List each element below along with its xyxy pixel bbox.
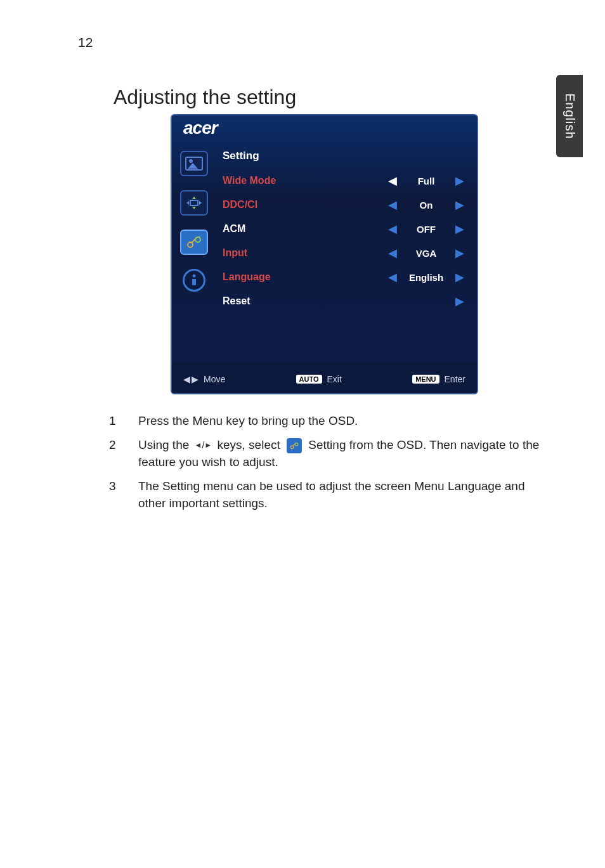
menu-badge: MENU — [412, 375, 439, 384]
right-arrow-icon[interactable]: ▶ — [455, 222, 464, 236]
osd-sidebar-icons — [172, 148, 216, 358]
position-icon[interactable] — [180, 190, 208, 216]
menu-title: Setting — [223, 150, 464, 162]
instruction-list: 1 Press the Menu key to bring up the OSD… — [109, 412, 540, 519]
osd-menu: Setting Wide Mode ◀ Full ▶ DDC/CI ◀ On ▶… — [216, 148, 477, 358]
left-arrow-icon[interactable]: ◀ — [388, 174, 397, 188]
menu-label: ACM — [223, 223, 363, 235]
menu-value: VGA — [406, 248, 446, 259]
list-text: Press the Menu key to bring up the OSD. — [138, 412, 540, 430]
svg-marker-7 — [199, 201, 202, 205]
language-tab: English — [556, 75, 583, 157]
right-arrow-icon[interactable]: ▶ — [455, 198, 464, 212]
right-arrow-icon[interactable]: ▶ — [455, 294, 464, 308]
language-tab-label: English — [563, 93, 577, 139]
right-arrow-icon[interactable]: ▶ — [455, 174, 464, 188]
settings-icon[interactable] — [180, 230, 208, 255]
list-text: The Setting menu can be used to adjust t… — [138, 477, 540, 512]
footer-enter: MENU Enter — [412, 374, 465, 384]
menu-label: Input — [223, 247, 363, 259]
settings-inline-icon — [287, 438, 302, 453]
menu-value: OFF — [406, 224, 446, 235]
right-arrow-icon[interactable]: ▶ — [455, 246, 464, 260]
menu-row-wide-mode[interactable]: Wide Mode ◀ Full ▶ — [223, 169, 464, 193]
footer-exit: AUTO Exit — [296, 374, 342, 384]
svg-marker-4 — [192, 197, 196, 199]
page-heading: Adjusting the setting — [114, 86, 296, 109]
list-text: Using the ◄/► keys, select Setting from … — [138, 436, 540, 471]
menu-row-input[interactable]: Input ◀ VGA ▶ — [223, 241, 464, 265]
menu-value: On — [406, 200, 446, 211]
svg-point-1 — [189, 159, 193, 163]
left-arrow-icon[interactable]: ◀ — [388, 222, 397, 236]
osd-panel: acer — [171, 114, 478, 394]
auto-badge: AUTO — [296, 375, 322, 384]
left-arrow-icon[interactable]: ◀ — [388, 246, 397, 260]
left-right-keys-icon: ◄/► — [195, 439, 212, 451]
info-icon[interactable] — [183, 269, 205, 292]
svg-marker-5 — [192, 207, 196, 209]
svg-rect-3 — [190, 200, 198, 205]
list-number: 1 — [109, 412, 138, 430]
page-number: 12 — [78, 35, 93, 50]
menu-row-ddc-ci[interactable]: DDC/CI ◀ On ▶ — [223, 193, 464, 217]
menu-value: English — [406, 272, 446, 283]
list-number: 2 — [109, 436, 138, 471]
list-number: 3 — [109, 477, 138, 512]
svg-marker-2 — [188, 163, 198, 169]
brand-logo: acer — [172, 115, 477, 143]
svg-point-11 — [193, 275, 196, 278]
left-arrow-icon[interactable]: ◀ — [388, 198, 397, 212]
menu-row-reset[interactable]: Reset ▶ — [223, 289, 464, 313]
list-item: 2 Using the ◄/► keys, select Setting fro… — [109, 436, 540, 471]
menu-value: Full — [406, 176, 446, 186]
menu-label: Wide Mode — [223, 175, 363, 186]
svg-marker-6 — [186, 201, 189, 205]
menu-row-acm[interactable]: ACM ◀ OFF ▶ — [223, 217, 464, 241]
menu-row-language[interactable]: Language ◀ English ▶ — [223, 265, 464, 289]
osd-footer: ◀▶ Move AUTO Exit MENU Enter — [172, 363, 477, 393]
menu-label: Reset — [223, 295, 363, 307]
footer-exit-label: Exit — [327, 374, 342, 384]
osd-body: Setting Wide Mode ◀ Full ▶ DDC/CI ◀ On ▶… — [172, 143, 477, 363]
footer-enter-label: Enter — [445, 374, 465, 384]
footer-move-label: Move — [204, 374, 225, 384]
list-item: 3 The Setting menu can be used to adjust… — [109, 477, 540, 512]
list-item: 1 Press the Menu key to bring up the OSD… — [109, 412, 540, 430]
move-arrows-icon: ◀▶ — [183, 374, 198, 384]
svg-rect-12 — [192, 279, 196, 285]
picture-icon[interactable] — [180, 151, 208, 176]
svg-point-15 — [295, 443, 298, 446]
menu-label: Language — [223, 271, 363, 283]
left-arrow-icon[interactable]: ◀ — [388, 270, 397, 284]
menu-label: DDC/CI — [223, 199, 363, 211]
right-arrow-icon[interactable]: ▶ — [455, 270, 464, 284]
footer-move: ◀▶ Move — [183, 374, 225, 384]
